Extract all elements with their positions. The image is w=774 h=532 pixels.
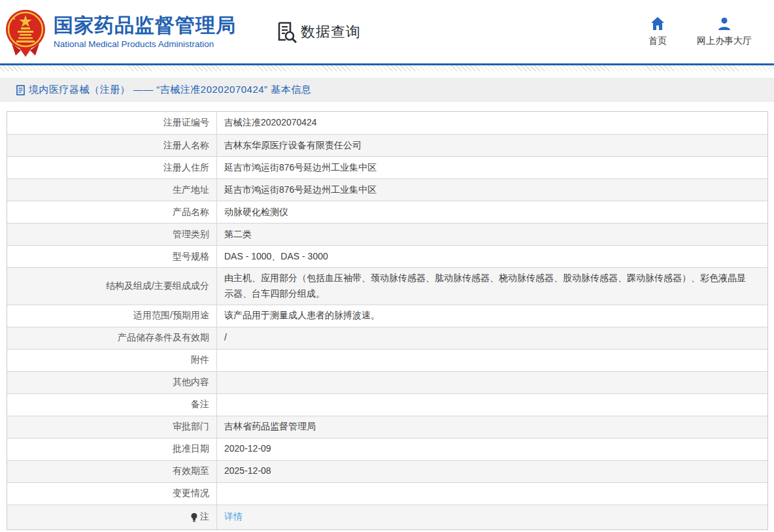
row-label: 批准日期 — [7, 439, 217, 460]
row-value: 延吉市鸿运街876号延边州工业集中区 — [217, 179, 767, 201]
org-name-cn: 国家药品监督管理局 — [54, 14, 236, 37]
table-row: 产品储存条件及有效期 / — [7, 327, 767, 349]
row-label: 有效期至 — [7, 461, 217, 482]
row-label: 变更情况 — [7, 483, 217, 505]
row-label: 其他内容 — [7, 372, 217, 393]
row-value: / — [217, 327, 767, 349]
row-label-text: 生产地址 — [173, 184, 209, 196]
nav-home[interactable]: 首页 — [648, 16, 667, 47]
national-emblem-logo — [5, 7, 46, 57]
row-value-text: 由主机、应用部分（包括血压袖带、颈动脉传感器、肱动脉传感器、桡动脉传感器、股动脉… — [224, 271, 754, 302]
row-value: 2020-12-09 — [217, 439, 767, 460]
row-value-text: 该产品用于测量成人患者的脉搏波速。 — [224, 308, 380, 324]
nav-service-hall[interactable]: 网上办事大厅 — [697, 16, 752, 47]
header-nav: 首页 网上办事大厅 — [648, 16, 774, 47]
row-value: 吉林省药品监督管理局 — [217, 416, 767, 438]
row-value-text: 2025-12-08 — [224, 463, 271, 479]
data-query-icon — [277, 21, 297, 43]
row-label: 审批部门 — [7, 416, 217, 438]
bulb-icon — [190, 512, 198, 522]
row-label: 产品名称 — [7, 201, 217, 223]
row-label-text: 备注 — [191, 399, 209, 410]
section-title: 数据查询 — [301, 22, 361, 42]
table-row: 注 详情 — [7, 505, 767, 529]
table-row: 其他内容 — [7, 371, 767, 393]
row-value: DAS - 1000、DAS - 3000 — [217, 246, 767, 267]
row-label-text: 注册证编号 — [163, 117, 209, 129]
page-header: 国家药品监督管理局 National Medical Products Admi… — [0, 0, 774, 63]
row-value — [217, 483, 767, 505]
row-label-text: 注 — [200, 511, 209, 523]
row-value: 详情 — [217, 505, 767, 529]
row-label: 附件 — [7, 350, 217, 371]
row-value: 动脉硬化检测仪 — [217, 201, 767, 223]
row-value: 第二类 — [217, 224, 767, 245]
row-value-text: DAS - 1000、DAS - 3000 — [224, 249, 328, 265]
row-value: 2025-12-08 — [217, 461, 767, 482]
info-table: 注册证编号 吉械注准20202070424 注册人名称 吉林东华原医疗设备有限责… — [7, 111, 768, 530]
row-label: 产品储存条件及有效期 — [7, 327, 217, 349]
org-name-en: National Medical Products Administration — [54, 39, 236, 49]
row-value — [217, 372, 767, 393]
table-row: 审批部门 吉林省药品监督管理局 — [7, 416, 767, 438]
row-value-text: 延吉市鸿运街876号延边州工业集中区 — [224, 160, 377, 176]
row-value-text: 吉林东华原医疗设备有限责任公司 — [224, 138, 362, 154]
row-label-text: 其他内容 — [173, 376, 209, 388]
row-value-text: / — [224, 330, 227, 346]
row-label-text: 管理类别 — [173, 229, 209, 241]
row-label-text: 审批部门 — [173, 421, 209, 433]
user-icon — [717, 16, 732, 31]
table-row: 注册人住所 延吉市鸿运街876号延边州工业集中区 — [7, 156, 767, 178]
table-row: 备注 — [7, 393, 767, 416]
data-query-section: 数据查询 — [277, 21, 361, 43]
row-label: 结构及组成/主要组成成分 — [7, 268, 217, 305]
row-value: 延吉市鸿运街876号延边州工业集中区 — [217, 157, 767, 178]
row-label: 注册证编号 — [7, 112, 217, 134]
row-label-text: 注册人住所 — [163, 162, 209, 174]
row-value — [217, 394, 767, 416]
detail-link[interactable]: 详情 — [224, 509, 243, 525]
table-row: 产品名称 动脉硬化检测仪 — [7, 201, 767, 223]
table-row: 型号规格 DAS - 1000、DAS - 3000 — [7, 245, 767, 267]
table-row: 附件 — [7, 349, 767, 371]
org-title-block: 国家药品监督管理局 National Medical Products Admi… — [54, 14, 236, 50]
row-value: 由主机、应用部分（包括血压袖带、颈动脉传感器、肱动脉传感器、桡动脉传感器、股动脉… — [217, 268, 767, 305]
table-row: 适用范围/预期用途 该产品用于测量成人患者的脉搏波速。 — [7, 305, 767, 327]
table-row: 生产地址 延吉市鸿运街876号延边州工业集中区 — [7, 178, 767, 201]
row-label-text: 适用范围/预期用途 — [133, 310, 209, 322]
row-label-text: 附件 — [191, 354, 209, 366]
table-row: 变更情况 — [7, 482, 767, 505]
row-label: 适用范围/预期用途 — [7, 305, 217, 327]
row-label-text: 产品储存条件及有效期 — [118, 332, 209, 344]
row-label: 型号规格 — [7, 246, 217, 267]
row-label-text: 变更情况 — [173, 488, 209, 499]
row-label-text: 型号规格 — [173, 251, 209, 263]
row-label: 管理类别 — [7, 224, 217, 245]
table-row: 注册人名称 吉林东华原医疗设备有限责任公司 — [7, 134, 767, 156]
table-row: 结构及组成/主要组成成分 由主机、应用部分（包括血压袖带、颈动脉传感器、肱动脉传… — [7, 267, 767, 305]
row-label-text: 产品名称 — [173, 207, 209, 218]
row-value — [217, 350, 767, 371]
row-value-text: 2020-12-09 — [224, 441, 271, 457]
header-hatch-strip — [0, 65, 774, 71]
row-label: 生产地址 — [7, 179, 217, 201]
row-label: 注册人住所 — [7, 157, 217, 178]
row-value: 吉械注准20202070424 — [217, 112, 767, 134]
nav-service-hall-label: 网上办事大厅 — [697, 35, 752, 47]
row-label: 备注 — [7, 394, 217, 416]
breadcrumb: 境内医疗器械（注册） —— “吉械注准20202070424” 基本信息 — [0, 78, 774, 102]
row-label-text: 注册人名称 — [163, 140, 209, 152]
row-value-text: 吉林省药品监督管理局 — [224, 419, 316, 435]
nav-home-label: 首页 — [648, 35, 667, 47]
page-title: 境内医疗器械（注册） —— “吉械注准20202070424” 基本信息 — [29, 84, 311, 96]
row-value-text: 吉械注准20202070424 — [224, 115, 317, 131]
row-value-text: 动脉硬化检测仪 — [224, 205, 288, 220]
home-icon — [650, 16, 665, 31]
row-value: 吉林东华原医疗设备有限责任公司 — [217, 135, 767, 156]
row-label: 注 — [7, 505, 217, 529]
table-row: 注册证编号 吉械注准20202070424 — [7, 112, 767, 134]
row-label-text: 结构及组成/主要组成成分 — [106, 280, 209, 292]
row-value: 该产品用于测量成人患者的脉搏波速。 — [217, 305, 767, 327]
table-row: 批准日期 2020-12-09 — [7, 438, 767, 460]
row-label-text: 批准日期 — [173, 443, 209, 455]
